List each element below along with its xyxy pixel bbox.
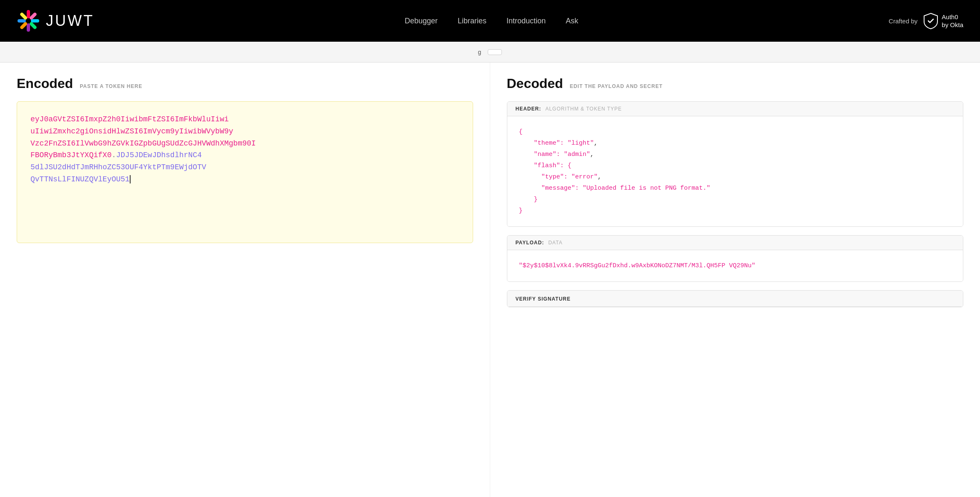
json-val-type: "error" xyxy=(572,173,598,181)
jwt-logo-icon xyxy=(17,9,40,33)
encoded-subtitle: PASTE A TOKEN HERE xyxy=(80,83,142,89)
json-key-flash: "flash" xyxy=(534,162,560,169)
nav-links: Debugger Libraries Introduction Ask xyxy=(405,17,578,25)
json-close-brace: } xyxy=(519,207,523,214)
payload-label: PAYLOAD: xyxy=(516,240,544,246)
json-val-name: "admin" xyxy=(564,151,590,158)
json-open-brace: { xyxy=(519,128,523,136)
secondary-bar-content: g xyxy=(478,49,502,55)
header-sublabel: ALGORITHM & TOKEN TYPE xyxy=(545,106,622,112)
json-key-type: "type" xyxy=(542,173,564,181)
json-inner-close: } xyxy=(534,196,538,203)
encoded-textarea[interactable]: eyJ0aGVtZSI6ImxpZ2h0IiwibmFtZSI6ImFkbWlu… xyxy=(17,101,473,243)
crafted-by-text: Crafted by xyxy=(889,18,917,25)
verify-section: VERIFY SIGNATURE xyxy=(507,290,964,307)
header-section: HEADER: ALGORITHM & TOKEN TYPE { "theme"… xyxy=(507,101,964,227)
json-val-theme: "light" xyxy=(568,140,594,147)
svg-rect-1 xyxy=(29,12,37,20)
nav-libraries[interactable]: Libraries xyxy=(458,17,486,25)
payload-section-header: PAYLOAD: DATA xyxy=(507,236,963,250)
json-key-message: "message" xyxy=(542,185,575,192)
svg-rect-5 xyxy=(20,21,28,30)
svg-rect-2 xyxy=(31,19,39,23)
cursor xyxy=(130,175,131,183)
payload-sublabel: DATA xyxy=(548,240,562,246)
auth0-shield-icon xyxy=(922,13,939,29)
encoded-dot: . xyxy=(111,151,116,159)
decoded-title: Decoded xyxy=(507,76,563,91)
svg-rect-6 xyxy=(18,19,26,23)
svg-rect-4 xyxy=(27,23,30,32)
json-key-theme: "theme" xyxy=(534,140,560,147)
nav-debugger[interactable]: Debugger xyxy=(405,17,438,25)
crafted-by: Crafted by Auth0 by Okta xyxy=(889,13,963,29)
encoded-header: Encoded PASTE A TOKEN HERE xyxy=(17,76,473,91)
svg-rect-0 xyxy=(27,10,30,18)
header-label: HEADER: xyxy=(516,106,542,112)
secondary-bar-button[interactable] xyxy=(488,49,502,55)
nav-ask[interactable]: Ask xyxy=(566,17,578,25)
logo-text: JUWT xyxy=(46,12,94,30)
payload-body[interactable]: "$2y$10$8lvXk4.9vRRSgGu2fDxhd.w9AxbKONoD… xyxy=(507,250,963,281)
payload-section: PAYLOAD: DATA "$2y$10$8lvXk4.9vRRSgGu2fD… xyxy=(507,235,964,282)
nav-introduction[interactable]: Introduction xyxy=(506,17,546,25)
logo: JUWT xyxy=(17,9,94,33)
decoded-header: Decoded EDIT THE PAYLOAD AND SECRET xyxy=(507,76,964,91)
auth0-logo: Auth0 by Okta xyxy=(922,13,963,29)
svg-rect-7 xyxy=(20,12,28,20)
payload-value: "$2y$10$8lvXk4.9vRRSgGu2fDxhd.w9AxbKONoD… xyxy=(519,262,756,269)
svg-rect-3 xyxy=(29,21,37,30)
decoded-subtitle: EDIT THE PAYLOAD AND SECRET xyxy=(570,83,663,89)
json-key-name: "name" xyxy=(534,151,557,158)
secondary-bar: g xyxy=(0,42,980,63)
header-body[interactable]: { "theme": "light", "name": "admin", "fl… xyxy=(507,116,963,226)
main-content: Encoded PASTE A TOKEN HERE eyJ0aGVtZSI6I… xyxy=(0,63,980,497)
encoded-panel: Encoded PASTE A TOKEN HERE eyJ0aGVtZSI6I… xyxy=(0,63,490,497)
json-val-message: "Uploaded file is not PNG format." xyxy=(583,185,710,192)
verify-header: VERIFY SIGNATURE xyxy=(507,291,963,307)
header-section-header: HEADER: ALGORITHM & TOKEN TYPE xyxy=(507,102,963,116)
auth0-text: Auth0 by Okta xyxy=(942,13,963,29)
encoded-title: Encoded xyxy=(17,76,73,91)
decoded-panel: Decoded EDIT THE PAYLOAD AND SECRET HEAD… xyxy=(490,63,980,497)
secondary-bar-text: g xyxy=(478,49,481,55)
verify-label: VERIFY SIGNATURE xyxy=(516,296,571,302)
navbar: JUWT Debugger Libraries Introduction Ask… xyxy=(0,0,980,42)
